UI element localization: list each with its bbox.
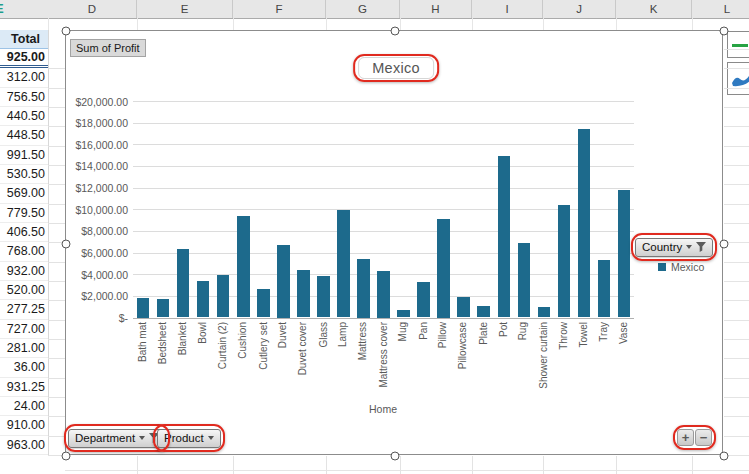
selection-handle[interactable] <box>391 452 400 461</box>
selection-handle[interactable] <box>62 452 71 461</box>
grid-rowline <box>724 165 749 166</box>
bar[interactable] <box>578 129 591 317</box>
selection-handle[interactable] <box>720 27 729 36</box>
x-axis-category-label: Duvet <box>277 322 289 348</box>
x-axis-category-label: Plate <box>478 322 490 345</box>
bar[interactable] <box>177 249 190 317</box>
column-header-K[interactable]: K <box>616 0 692 18</box>
x-axis-category-label: Pillowcase <box>458 322 470 369</box>
column-header-D[interactable]: D <box>48 0 137 18</box>
table-cell-value[interactable]: 932.00 <box>0 262 48 281</box>
selection-handle[interactable] <box>391 27 400 36</box>
x-axis-category-label: Cutlery set <box>257 322 269 370</box>
x-axis-category-label: Tray <box>598 322 610 342</box>
column-header-E[interactable]: E <box>137 0 233 18</box>
bar[interactable] <box>538 307 551 318</box>
bar[interactable] <box>417 282 430 317</box>
grid-rowline <box>724 339 749 340</box>
column-header-L[interactable]: L <box>692 0 749 18</box>
table-cell-value[interactable]: 530.50 <box>0 165 48 184</box>
table-cell-value[interactable]: 963.00 <box>0 436 48 455</box>
grid-rowline <box>724 126 749 127</box>
y-axis-tick-label: $14,000.00 <box>66 160 128 172</box>
bar[interactable] <box>217 275 230 317</box>
y-axis-tick-label: $20,000.00 <box>66 96 128 108</box>
bar[interactable] <box>558 205 571 318</box>
plot-gridline <box>133 144 634 145</box>
bar[interactable] <box>277 245 290 318</box>
y-axis-tick-label: $- <box>66 312 128 324</box>
bar[interactable] <box>317 276 330 317</box>
column-header-F[interactable]: F <box>233 0 326 18</box>
column-header-I[interactable]: I <box>472 0 543 18</box>
bar[interactable] <box>618 190 631 318</box>
collapse-button[interactable]: − <box>695 429 712 446</box>
bar[interactable] <box>257 289 270 317</box>
bar[interactable] <box>137 298 150 318</box>
expand-button[interactable]: + <box>677 429 694 446</box>
department-field-button[interactable]: Department <box>68 429 166 448</box>
table-cell-value[interactable]: 931.25 <box>0 378 48 397</box>
table-cell-value[interactable]: 779.50 <box>0 204 48 223</box>
y-axis-tick-label: $12,000.00 <box>66 182 128 194</box>
value-field-button[interactable]: Sum of Profit <box>70 39 146 57</box>
bar[interactable] <box>297 270 310 318</box>
x-axis-category-label: Bedsheet <box>157 322 169 364</box>
table-cell-value[interactable]: 277.25 <box>0 300 48 319</box>
grid-rowline <box>724 281 749 282</box>
table-cell-value[interactable]: 520.00 <box>0 281 48 300</box>
bar[interactable] <box>477 306 490 318</box>
table-cell-value[interactable]: 910.00 <box>0 416 48 435</box>
total-header-cell[interactable]: Total <box>0 30 48 49</box>
column-header-G[interactable]: G <box>326 0 400 18</box>
grid-vline <box>472 456 473 474</box>
bar[interactable] <box>237 216 250 318</box>
selection-handle[interactable] <box>720 452 729 461</box>
table-cell-value[interactable]: 991.50 <box>0 146 48 165</box>
pivot-chart[interactable]: Sum of Profit Mexico $20,000.00$18,000.0… <box>65 30 723 455</box>
table-cell-value[interactable]: 440.50 <box>0 107 48 126</box>
bar[interactable] <box>498 156 511 317</box>
table-cell-value[interactable]: 24.00 <box>0 397 48 416</box>
grid-rowline <box>48 223 65 224</box>
table-cell-value[interactable]: 406.50 <box>0 223 48 242</box>
grid-rowline <box>48 126 65 127</box>
table-cell-value[interactable]: 312.00 <box>0 68 48 87</box>
country-field-button[interactable]: Country <box>635 238 713 257</box>
table-cell-value[interactable]: 756.50 <box>0 88 48 107</box>
bar[interactable] <box>357 259 370 318</box>
bar[interactable] <box>377 271 390 318</box>
bar[interactable] <box>337 210 350 317</box>
product-field-button[interactable]: Product <box>157 429 221 448</box>
grid-rowline <box>724 146 749 147</box>
table-cell-value[interactable]: 448.50 <box>0 126 48 145</box>
chart-title[interactable]: Mexico <box>358 57 434 79</box>
grid-rowline <box>48 281 65 282</box>
table-cell-value[interactable]: 768.00 <box>0 242 48 261</box>
table-cell-value[interactable]: 569.00 <box>0 184 48 203</box>
bar[interactable] <box>518 243 531 318</box>
table-cell-value[interactable]: 281.00 <box>0 339 48 358</box>
bar[interactable] <box>437 219 450 318</box>
bar[interactable] <box>197 281 210 318</box>
bar[interactable] <box>157 299 170 317</box>
table-cell-value[interactable]: 36.00 <box>0 358 48 377</box>
column-header-J[interactable]: J <box>543 0 616 18</box>
grid-vline <box>543 18 544 30</box>
bar[interactable] <box>397 310 410 318</box>
legend-entry[interactable]: Mexico <box>658 261 704 273</box>
selection-handle[interactable] <box>62 239 71 248</box>
column-header-H[interactable]: H <box>400 0 472 18</box>
table-cell-value[interactable]: 925.00 <box>0 49 48 68</box>
side-panel-brush-button[interactable] <box>727 62 749 95</box>
selection-handle[interactable] <box>720 239 729 248</box>
department-field-container: Department <box>68 428 166 448</box>
bar[interactable] <box>598 260 611 317</box>
x-axis-category-label: Vase <box>618 322 630 344</box>
grid-vline <box>616 18 617 30</box>
table-cell-value[interactable]: 727.00 <box>0 320 48 339</box>
side-panel-line-button[interactable] <box>727 31 749 58</box>
line-chart-icon <box>732 44 748 47</box>
bar[interactable] <box>457 297 470 318</box>
selection-handle[interactable] <box>62 27 71 36</box>
